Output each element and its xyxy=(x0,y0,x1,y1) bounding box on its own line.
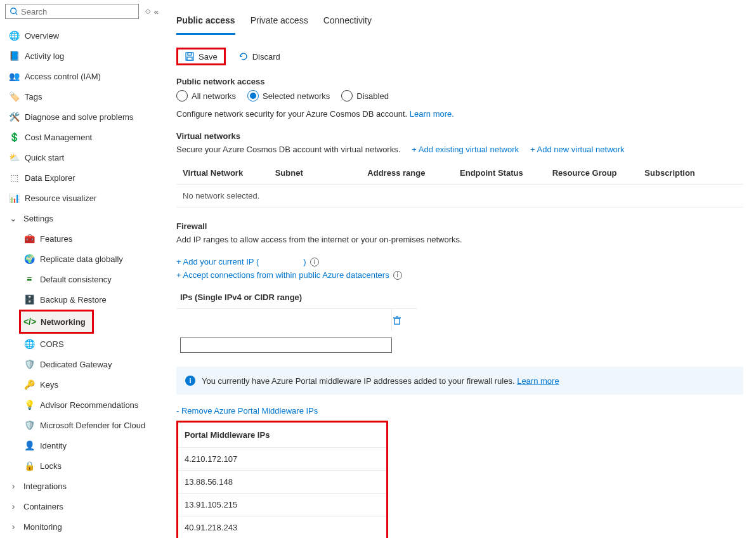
nav-label: Locks xyxy=(40,461,62,471)
radio-icon xyxy=(247,90,259,102)
nav-advisor[interactable]: 💡Advisor Recommendations xyxy=(0,395,164,415)
ip-table: IPs (Single IPv4 or CIDR range) xyxy=(176,286,417,331)
nav-features[interactable]: 🧰Features xyxy=(0,228,164,249)
vn-table: Virtual Network Subnet Address range End… xyxy=(176,162,743,207)
mw-row: 13.88.56.148 xyxy=(178,470,386,493)
nav-backup[interactable]: 🗄️Backup & Restore xyxy=(0,289,164,310)
nav-settings-group[interactable]: ⌄Settings xyxy=(0,208,164,228)
discard-button[interactable]: Discard xyxy=(232,48,287,65)
bars-icon: ≡ xyxy=(24,274,34,284)
nav-replicate[interactable]: 🌍Replicate data globally xyxy=(0,249,164,269)
nav-quickstart[interactable]: ⛅Quick start xyxy=(0,147,164,167)
nav-tags[interactable]: 🏷️Tags xyxy=(0,86,164,107)
col-subscription: Subscription xyxy=(644,168,737,178)
nav-label: Advisor Recommendations xyxy=(40,400,138,410)
tab-public[interactable]: Public access xyxy=(176,13,235,35)
tab-connectivity[interactable]: Connectivity xyxy=(323,13,372,35)
nav: 🌐Overview 📘Activity log 👥Access control … xyxy=(0,23,164,537)
search-input-wrap[interactable] xyxy=(5,4,139,19)
remove-middleware-link[interactable]: - Remove Azure Portal Middleware IPs xyxy=(176,406,318,416)
discard-label: Discard xyxy=(252,52,280,62)
learn-more-link[interactable]: Learn more xyxy=(517,376,559,386)
info-icon[interactable]: i xyxy=(310,258,319,266)
add-current-ip-link[interactable]: + Add your current IP () xyxy=(176,257,306,266)
globe-icon: 🌍 xyxy=(24,254,34,264)
mw-header: Portal Middleware IPs xyxy=(178,423,386,447)
nav-iam[interactable]: 👥Access control (IAM) xyxy=(0,66,164,86)
nav-integrations-group[interactable]: ›Integrations xyxy=(0,476,164,496)
chevron-right-icon: › xyxy=(9,481,18,491)
nav-data-explorer[interactable]: ⬚Data Explorer xyxy=(0,167,164,188)
nav-containers-group[interactable]: ›Containers xyxy=(0,496,164,516)
ip-input[interactable] xyxy=(180,338,392,353)
svg-line-1 xyxy=(16,13,18,15)
advisor-icon: 💡 xyxy=(24,400,34,410)
accept-datacenter-link[interactable]: Accept connections from within public Az… xyxy=(176,270,389,280)
gateway-icon: 🛡️ xyxy=(24,359,34,369)
nav-locks[interactable]: 🔒Locks xyxy=(0,456,164,476)
nav-networking[interactable]: </>Networking xyxy=(21,312,92,332)
nav-cors[interactable]: 🌐CORS xyxy=(0,334,164,354)
pna-title: Public network access xyxy=(176,77,743,86)
trash-icon xyxy=(392,315,402,325)
vn-header-row: Virtual Network Subnet Address range End… xyxy=(176,162,743,185)
svg-rect-5 xyxy=(394,318,400,324)
nav-resource-visualizer[interactable]: 📊Resource visualizer xyxy=(0,188,164,208)
save-label: Save xyxy=(199,52,218,62)
radio-all-networks[interactable]: All networks xyxy=(176,90,236,102)
nav-diagnose[interactable]: 🛠️Diagnose and solve problems xyxy=(0,107,164,127)
save-button[interactable]: Save xyxy=(176,48,226,65)
info-icon[interactable]: i xyxy=(393,271,402,280)
nav-label: Networking xyxy=(41,317,86,327)
nav-cost[interactable]: 💲Cost Management xyxy=(0,127,164,147)
log-icon: 📘 xyxy=(9,51,19,61)
toolbar: Save Discard xyxy=(176,48,743,65)
nav-label: Identity xyxy=(40,441,67,450)
tab-private[interactable]: Private access xyxy=(251,13,308,35)
nav-monitoring-group[interactable]: ›Monitoring xyxy=(0,516,164,537)
col-vn: Virtual Network xyxy=(183,168,275,178)
nav-gateway[interactable]: 🛡️Dedicated Gateway xyxy=(0,354,164,374)
chevron-down-icon: ⌄ xyxy=(9,213,18,223)
search-input[interactable] xyxy=(21,7,134,16)
rocket-icon: ⛅ xyxy=(9,152,19,162)
radio-label: All networks xyxy=(192,91,236,101)
nav-label: Backup & Restore xyxy=(40,295,107,305)
radio-disabled[interactable]: Disabled xyxy=(341,90,389,102)
nav-keys[interactable]: 🔑Keys xyxy=(0,374,164,395)
cube-icon: ⬚ xyxy=(9,173,19,183)
tabs: Public access Private access Connectivit… xyxy=(176,13,743,35)
people-icon: 👥 xyxy=(9,71,19,81)
mw-row: 4.210.172.107 xyxy=(178,447,386,470)
pna-radios: All networks Selected networks Disabled xyxy=(176,90,743,102)
nav-label: Settings xyxy=(23,214,53,223)
network-icon: </> xyxy=(25,317,35,327)
col-subnet: Subnet xyxy=(275,168,368,178)
ip-row xyxy=(176,308,417,331)
main-content: Public access Private access Connectivit… xyxy=(164,0,756,538)
lock-icon: 🔒 xyxy=(24,461,34,471)
col-range: Address range xyxy=(367,168,460,178)
chart-icon: 📊 xyxy=(9,193,19,203)
search-bar: ◇ « xyxy=(0,0,164,23)
svg-point-0 xyxy=(11,8,16,14)
nav-identity[interactable]: 👤Identity xyxy=(0,435,164,456)
nav-consistency[interactable]: ≡Default consistency xyxy=(0,269,164,289)
wrench-icon: 🛠️ xyxy=(9,112,19,122)
collapse-sidebar-icon[interactable]: « xyxy=(154,7,159,16)
nav-label: Monitoring xyxy=(23,522,62,532)
add-new-vn-link[interactable]: Add new virtual network xyxy=(530,145,625,154)
search-icon xyxy=(10,7,18,16)
delete-ip-button[interactable] xyxy=(392,315,417,325)
ip-col-header: IPs (Single IPv4 or CIDR range) xyxy=(176,286,417,308)
discard-icon xyxy=(238,51,249,62)
nav-defender[interactable]: 🛡️Microsoft Defender for Cloud xyxy=(0,415,164,435)
nav-activity-log[interactable]: 📘Activity log xyxy=(0,46,164,66)
add-existing-vn-link[interactable]: Add existing virtual network xyxy=(412,145,519,154)
nav-overview[interactable]: 🌐Overview xyxy=(0,25,164,46)
radio-selected-networks[interactable]: Selected networks xyxy=(247,90,330,102)
sort-toggle-icon[interactable]: ◇ xyxy=(145,7,150,16)
radio-icon xyxy=(176,90,188,102)
learn-more-link[interactable]: Learn more. xyxy=(410,109,454,119)
ip-cell-empty xyxy=(176,309,392,331)
